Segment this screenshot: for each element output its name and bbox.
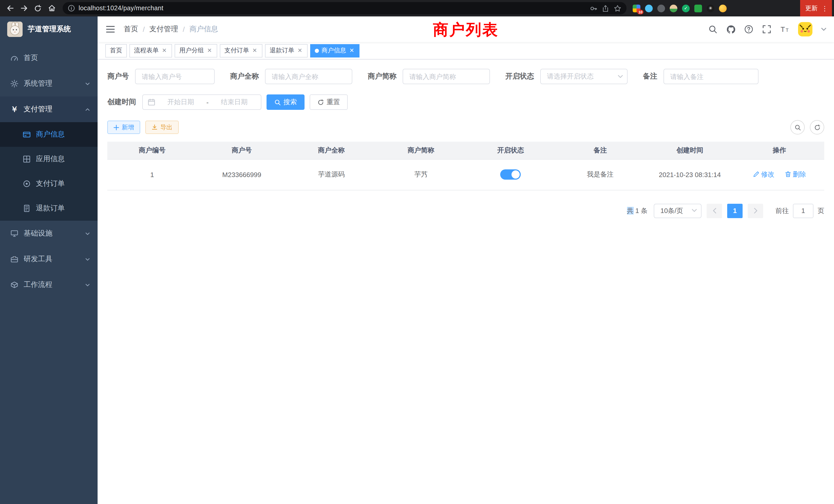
close-icon[interactable]: ✕ bbox=[349, 47, 355, 54]
close-icon[interactable]: ✕ bbox=[206, 47, 213, 54]
search-icon[interactable] bbox=[708, 25, 718, 34]
tab-label: 退款订单 bbox=[270, 46, 294, 55]
refresh-table-button[interactable] bbox=[810, 120, 824, 135]
browser-update-button[interactable]: 更新 bbox=[805, 4, 817, 13]
extension-green-circle-icon[interactable]: ✓ bbox=[682, 4, 690, 12]
page-number-button[interactable]: 1 bbox=[727, 204, 743, 218]
full-name-input[interactable] bbox=[265, 69, 352, 84]
sidebar-item-payment[interactable]: ￥ 支付管理 bbox=[0, 96, 97, 122]
password-key-icon[interactable] bbox=[590, 4, 597, 12]
sidebar-item-dev-tools[interactable]: 研发工具 bbox=[0, 246, 97, 272]
close-icon[interactable]: ✕ bbox=[297, 47, 303, 54]
github-icon[interactable] bbox=[726, 25, 736, 34]
sidebar-item-infrastructure[interactable]: 基础设施 bbox=[0, 221, 97, 246]
help-icon[interactable] bbox=[744, 25, 753, 34]
browser-forward-icon[interactable] bbox=[17, 1, 31, 15]
toggle-search-button[interactable] bbox=[790, 120, 805, 135]
table-toolbar: 新增 导出 bbox=[107, 120, 824, 135]
calendar-icon bbox=[148, 98, 155, 106]
browser-home-icon[interactable] bbox=[45, 1, 59, 15]
extension-dark-icon[interactable] bbox=[657, 4, 665, 12]
table-row: 1 M233666999 芋道源码 芋艿 我是备注 2021-10-23 08:… bbox=[107, 159, 824, 190]
extension-emoji-icon[interactable] bbox=[719, 4, 727, 12]
browser-menu-icon[interactable]: ⋮ bbox=[821, 4, 828, 12]
delete-button[interactable]: 删除 bbox=[785, 170, 806, 179]
export-button[interactable]: 导出 bbox=[145, 121, 179, 134]
close-icon[interactable]: ✕ bbox=[251, 47, 258, 54]
export-button-label: 导出 bbox=[160, 123, 173, 132]
page-content: 商户号 商户全称 商户简称 开启状态 请选择开启状态 bbox=[97, 60, 834, 504]
sidebar-item-pay-order[interactable]: 支付订单 bbox=[0, 171, 97, 196]
sidebar-item-refund-order[interactable]: 退款订单 bbox=[0, 196, 97, 221]
extension-pinwheel-icon[interactable]: ✳ bbox=[707, 4, 714, 12]
monitor-icon bbox=[10, 229, 19, 238]
prev-page-button[interactable] bbox=[707, 204, 722, 218]
merchant-no-input[interactable] bbox=[135, 69, 215, 84]
browser-update-area: 更新 ⋮ bbox=[800, 0, 832, 17]
tab-process-form[interactable]: 流程表单 ✕ bbox=[129, 44, 172, 57]
extension-drop-icon[interactable] bbox=[645, 4, 653, 12]
user-avatar[interactable] bbox=[798, 22, 812, 37]
page-size-select[interactable]: 10条/页 bbox=[654, 204, 702, 218]
extension-avatar-icon[interactable] bbox=[670, 4, 677, 12]
reset-button[interactable]: 重置 bbox=[310, 94, 348, 110]
date-end-placeholder[interactable]: 结束日期 bbox=[213, 97, 256, 107]
site-info-icon[interactable] bbox=[68, 5, 75, 12]
close-icon[interactable]: ✕ bbox=[161, 47, 168, 54]
edit-button[interactable]: 修改 bbox=[753, 170, 774, 179]
browser-back-icon[interactable] bbox=[3, 1, 17, 15]
sidebar-item-workflow[interactable]: 工作流程 bbox=[0, 272, 97, 298]
active-tab-dot bbox=[315, 48, 319, 53]
extension-grid-icon[interactable]: 10 bbox=[633, 4, 640, 12]
breadcrumb-separator: / bbox=[143, 25, 145, 33]
page-size-value: 10条/页 bbox=[660, 206, 689, 215]
next-page-button[interactable] bbox=[748, 204, 763, 218]
goto-page-input[interactable] bbox=[793, 204, 813, 218]
remark-input[interactable] bbox=[663, 69, 759, 84]
browser-toolbar: localhost:1024/pay/merchant 10 ✓ ✳ bbox=[0, 0, 834, 17]
add-button[interactable]: 新增 bbox=[107, 121, 140, 134]
date-start-placeholder[interactable]: 开始日期 bbox=[159, 97, 202, 107]
tab-merchant-info[interactable]: 商户信息 ✕ bbox=[310, 44, 359, 57]
tab-refund-order[interactable]: 退款订单 ✕ bbox=[265, 44, 308, 57]
sidebar-item-app-info[interactable]: 应用信息 bbox=[0, 147, 97, 171]
address-bar[interactable]: localhost:1024/pay/merchant bbox=[63, 2, 627, 14]
status-label: 开启状态 bbox=[505, 72, 534, 81]
tab-home[interactable]: 首页 bbox=[105, 44, 127, 57]
cell-status bbox=[466, 159, 555, 190]
sidebar-toggle-button[interactable] bbox=[105, 24, 115, 35]
sidebar-item-home[interactable]: 首页 bbox=[0, 45, 97, 71]
sidebar-menu: 首页 系统管理 ￥ 支付管理 bbox=[0, 45, 97, 298]
sidebar-item-system[interactable]: 系统管理 bbox=[0, 71, 97, 96]
fullscreen-icon[interactable] bbox=[762, 25, 771, 34]
user-menu-caret-icon[interactable] bbox=[821, 27, 826, 31]
bookmark-star-icon[interactable] bbox=[614, 4, 621, 12]
cell-create-time: 2021-10-23 08:31:14 bbox=[645, 159, 734, 190]
url-text[interactable]: localhost:1024/pay/merchant bbox=[79, 5, 590, 12]
extension-green-square-icon[interactable] bbox=[694, 4, 702, 12]
font-size-icon[interactable]: TT bbox=[780, 25, 789, 34]
tab-pay-order[interactable]: 支付订单 ✕ bbox=[220, 44, 262, 57]
breadcrumb-item-home[interactable]: 首页 bbox=[124, 25, 138, 34]
share-icon[interactable] bbox=[602, 4, 609, 12]
app-logo[interactable]: 芋道管理系统 bbox=[0, 17, 97, 42]
breadcrumb: 首页 / 支付管理 / 商户信息 bbox=[124, 25, 218, 34]
breadcrumb-item-payment[interactable]: 支付管理 bbox=[150, 25, 178, 34]
tab-label: 商户信息 bbox=[322, 46, 346, 55]
delete-button-label: 删除 bbox=[793, 170, 806, 179]
cell-actions: 修改 删除 bbox=[734, 159, 824, 190]
status-select[interactable]: 请选择开启状态 bbox=[540, 69, 628, 84]
sidebar-item-label: 工作流程 bbox=[24, 280, 52, 290]
browser-refresh-icon[interactable] bbox=[31, 1, 45, 15]
sidebar-item-merchant-info[interactable]: 商户信息 bbox=[0, 122, 97, 147]
navbar-actions: TT bbox=[708, 22, 826, 37]
tab-user-group[interactable]: 用户分组 ✕ bbox=[175, 44, 217, 57]
create-time-range-picker[interactable]: 开始日期 - 结束日期 bbox=[142, 94, 261, 110]
remark-label: 备注 bbox=[643, 72, 657, 81]
status-toggle[interactable] bbox=[501, 169, 521, 180]
column-header: 备注 bbox=[555, 142, 645, 159]
search-button-label: 搜索 bbox=[284, 97, 297, 107]
short-name-input[interactable] bbox=[403, 69, 490, 84]
toggle-knob bbox=[512, 170, 520, 179]
search-button[interactable]: 搜索 bbox=[266, 94, 305, 110]
